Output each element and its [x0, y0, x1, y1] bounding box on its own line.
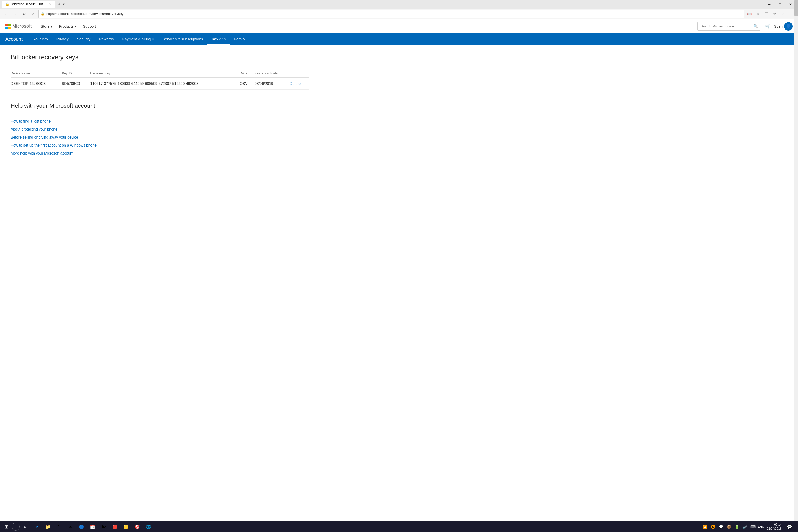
ms-search: 🔍: [698, 22, 760, 31]
taskbar-calendar[interactable]: 📅: [87, 521, 98, 532]
maximize-button[interactable]: □: [775, 1, 785, 8]
taskbar-system: 🔼 31 💬 📦 🔋 🔊 ⌨ ENG 09:14 21/04/2018 💬: [701, 521, 797, 532]
nav-security[interactable]: Security: [73, 33, 95, 45]
taskbar-red-app[interactable]: 🔴: [110, 521, 120, 532]
notification-badge: 31: [711, 525, 715, 529]
scrollbar-track[interactable]: [794, 0, 798, 521]
help-links: How to find a lost phone About protectin…: [11, 119, 308, 155]
dropbox-icon[interactable]: 📦: [725, 523, 733, 530]
minimize-button[interactable]: ─: [764, 1, 775, 8]
search-input[interactable]: [698, 24, 751, 28]
clock-date: 21/04/2018: [767, 527, 781, 531]
account-title: Account: [5, 36, 23, 42]
keyboard-icon[interactable]: ⌨: [749, 523, 757, 530]
help-link-more-help[interactable]: More help with your Microsoft account: [11, 151, 308, 155]
col-device-name: Device Name: [11, 70, 62, 78]
task-view-button[interactable]: ⧉: [20, 521, 30, 532]
refresh-button[interactable]: ↻: [20, 10, 28, 18]
cart-button[interactable]: 🛒: [763, 22, 773, 31]
help-link-protect-phone[interactable]: About protecting your phone: [11, 127, 308, 131]
col-actions: [290, 70, 309, 78]
logo-green: [8, 24, 11, 26]
taskbar-explorer[interactable]: 📁: [42, 521, 53, 532]
taskbar: ⊞ ○ ⧉ e 📁 🛍 ✉ 🔵 📅 🖼 🔴 🟡 🎯 🌐 🔼 31 💬 📦 🔋 🔊…: [0, 521, 798, 532]
discord-icon[interactable]: 💬: [717, 523, 725, 530]
notes-button[interactable]: ✏: [771, 10, 779, 18]
new-tab-button[interactable]: +: [56, 2, 62, 7]
products-chevron-icon: ▾: [75, 24, 77, 28]
taskbar-edge[interactable]: e: [32, 521, 42, 532]
home-button[interactable]: ⌂: [29, 10, 37, 18]
taskbar-system-icons: 🔼 31 💬 📦 🔋 🔊 ⌨ ENG: [701, 523, 765, 530]
ms-nav: Store ▾ Products ▾ Support: [38, 23, 99, 30]
taskbar-misc-app[interactable]: 🌐: [143, 521, 154, 532]
language-icon[interactable]: ENG: [757, 523, 765, 530]
tab-chevron-button[interactable]: ▾: [62, 2, 66, 6]
taskbar-photos[interactable]: 🖼: [98, 521, 109, 532]
volume-icon[interactable]: 🔊: [741, 523, 749, 530]
help-link-sell-device[interactable]: Before selling or giving away your devic…: [11, 135, 308, 139]
nav-payment-billing[interactable]: Payment & billing ▾: [118, 33, 158, 45]
start-button[interactable]: ⊞: [1, 521, 12, 532]
help-title: Help with your Microsoft account: [11, 102, 308, 109]
microsoft-logo[interactable]: Microsoft: [5, 23, 32, 29]
table-row: DESKTOP-14JSOC8 9D5709C0 110517-377575-1…: [11, 78, 308, 90]
device-name-cell: DESKTOP-14JSOC8: [11, 78, 62, 90]
ms-logo-text: Microsoft: [12, 23, 32, 29]
ms-header: Microsoft Store ▾ Products ▾ Support 🔍 🛒…: [0, 19, 798, 33]
help-link-lost-phone[interactable]: How to find a lost phone: [11, 119, 308, 124]
col-recovery-key: Recovery Key: [90, 70, 240, 78]
notification-count-badge: 31: [709, 523, 717, 530]
nav-rewards[interactable]: Rewards: [95, 33, 118, 45]
forward-button[interactable]: →: [11, 10, 19, 18]
cortana-button[interactable]: ○: [12, 523, 20, 531]
chevron-up-icon[interactable]: 🔼: [701, 523, 709, 530]
taskbar-yellow-app[interactable]: 🟡: [121, 521, 131, 532]
nav-services-subscriptions[interactable]: Services & subscriptions: [158, 33, 208, 45]
reading-view-button[interactable]: 📖: [745, 10, 753, 18]
nav-store[interactable]: Store ▾: [38, 23, 55, 30]
battery-icon[interactable]: 🔋: [733, 523, 741, 530]
taskbar-mail[interactable]: ✉: [65, 521, 76, 532]
taskbar-chrome[interactable]: 🔵: [76, 521, 87, 532]
help-divider: [11, 114, 308, 114]
taskbar-game-app[interactable]: 🎯: [132, 521, 142, 532]
scrollbar-thumb[interactable]: [794, 0, 798, 16]
ms-logo-grid: [5, 24, 11, 29]
tab-close-button[interactable]: ✕: [48, 2, 52, 6]
logo-blue: [5, 26, 8, 29]
favorites-button[interactable]: ☆: [754, 10, 762, 18]
store-chevron-icon: ▾: [51, 24, 52, 28]
taskbar-store[interactable]: 🛍: [54, 521, 64, 532]
nav-support[interactable]: Support: [80, 23, 99, 30]
page-title: BitLocker recovery keys: [11, 54, 308, 61]
payment-chevron-icon: ▾: [152, 37, 154, 41]
avatar[interactable]: 👤: [784, 22, 793, 31]
nav-devices[interactable]: Devices: [207, 33, 230, 45]
clock-time: 09:14: [767, 523, 781, 527]
logo-red: [5, 24, 8, 26]
action-center-button[interactable]: 💬: [784, 521, 795, 532]
upload-date-cell: 03/06/2019: [254, 78, 290, 90]
taskbar-apps: e 📁 🛍 ✉ 🔵 📅 🖼 🔴 🟡 🎯 🌐: [32, 521, 154, 532]
user-name: Sven: [774, 24, 783, 28]
nav-family[interactable]: Family: [230, 33, 249, 45]
delete-button[interactable]: Delete: [290, 81, 301, 86]
address-bar: 🔒: [38, 10, 744, 18]
account-nav: Account Your info Privacy Security Rewar…: [0, 33, 798, 45]
search-button[interactable]: 🔍: [751, 22, 760, 31]
hub-button[interactable]: ☰: [762, 10, 770, 18]
col-drive: Drive: [240, 70, 254, 78]
help-link-first-account[interactable]: How to set up the first account on a Win…: [11, 143, 308, 147]
url-input[interactable]: [46, 12, 742, 16]
browser-tab[interactable]: 🔒 Microsoft account | BitL ✕: [2, 1, 55, 8]
nav-products[interactable]: Products ▾: [56, 23, 79, 30]
lock-icon: 🔒: [41, 12, 45, 16]
nav-your-info[interactable]: Your info: [29, 33, 52, 45]
account-nav-items: Your info Privacy Security Rewards Payme…: [29, 33, 249, 45]
share-button[interactable]: ↗: [779, 10, 787, 18]
taskbar-clock[interactable]: 09:14 21/04/2018: [766, 523, 783, 531]
back-button[interactable]: ←: [2, 10, 10, 18]
nav-privacy[interactable]: Privacy: [52, 33, 73, 45]
logo-yellow: [8, 26, 11, 29]
